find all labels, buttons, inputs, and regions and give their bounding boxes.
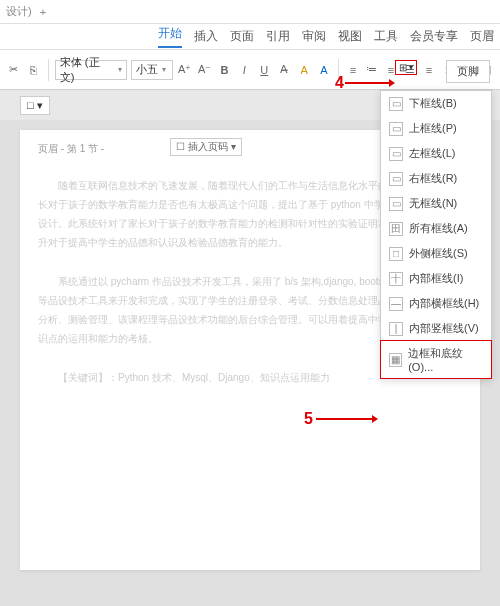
new-tab[interactable]: + [40, 6, 46, 18]
menu-header[interactable]: 页眉 [470, 28, 494, 45]
border-right-icon: ▭ [389, 172, 403, 186]
shrink-font-icon[interactable]: A⁻ [197, 62, 213, 78]
border-outside-icon: □ [389, 247, 403, 261]
border-outside[interactable]: □外侧框线(S) [381, 241, 491, 266]
annotation-4: 4 [335, 74, 344, 92]
menu-bar: 开始 插入 页面 引用 审阅 视图 工具 会员专享 页眉 [0, 24, 500, 50]
menu-tools[interactable]: 工具 [374, 28, 398, 45]
border-menu: ▭下框线(B) ▭上框线(P) ▭左框线(L) ▭右框线(R) ▭无框线(N) … [380, 90, 492, 379]
menu-member[interactable]: 会员专享 [410, 28, 458, 45]
border-inside-v-icon: | [389, 322, 403, 336]
border-inside[interactable]: 十内部框线(I) [381, 266, 491, 291]
border-inside-icon: 十 [389, 272, 403, 286]
border-none[interactable]: ▭无框线(N) [381, 191, 491, 216]
border-inside-h[interactable]: —内部横框线(H) [381, 291, 491, 316]
menu-insert[interactable]: 插入 [194, 28, 218, 45]
italic-icon[interactable]: I [236, 62, 252, 78]
doc-tab[interactable]: 设计) [6, 4, 32, 19]
font-select[interactable]: 宋体 (正文) [55, 60, 127, 80]
highlight-icon[interactable]: A [296, 62, 312, 78]
annotation-5: 5 [304, 410, 313, 428]
border-inside-v[interactable]: |内部竖框线(V) [381, 316, 491, 341]
strike-icon[interactable]: A̶ [276, 62, 292, 78]
insert-page-number[interactable]: ☐ 插入页码 ▾ [170, 138, 242, 156]
menu-page[interactable]: 页面 [230, 28, 254, 45]
border-all[interactable]: 田所有框线(A) [381, 216, 491, 241]
underline-icon[interactable]: U [256, 62, 272, 78]
menu-review[interactable]: 审阅 [302, 28, 326, 45]
border-bottom-icon: ▭ [389, 97, 403, 111]
menu-reference[interactable]: 引用 [266, 28, 290, 45]
border-dropdown[interactable]: ⊞▾ [395, 60, 417, 75]
border-left[interactable]: ▭左框线(L) [381, 141, 491, 166]
borders-and-shading[interactable]: ▦边框和底纹(O)... [380, 340, 492, 379]
border-top-icon: ▭ [389, 122, 403, 136]
toolbar: ✂ ⎘ 宋体 (正文) 小五 A⁺ A⁻ B I U A̶ A A ≡ ≔ ≡ … [0, 50, 500, 90]
size-select[interactable]: 小五 [131, 60, 173, 80]
border-top[interactable]: ▭上框线(P) [381, 116, 491, 141]
border-all-icon: 田 [389, 222, 403, 236]
menu-view[interactable]: 视图 [338, 28, 362, 45]
menu-start[interactable]: 开始 [158, 25, 182, 48]
border-left-icon: ▭ [389, 147, 403, 161]
annotation-arrow-4 [345, 82, 393, 84]
borders-shading-icon: ▦ [389, 353, 402, 367]
bold-icon[interactable]: B [217, 62, 233, 78]
footer-button[interactable]: 页脚 [446, 60, 490, 83]
border-bottom[interactable]: ▭下框线(B) [381, 91, 491, 116]
font-color-icon[interactable]: A [316, 62, 332, 78]
bullets-icon[interactable]: ≡ [345, 62, 361, 78]
annotation-arrow-5 [316, 418, 376, 420]
title-tabs: 设计) + [0, 0, 500, 24]
grow-font-icon[interactable]: A⁺ [177, 62, 193, 78]
outline-button[interactable]: □ ▾ [20, 96, 50, 115]
copy-icon[interactable]: ⎘ [26, 62, 42, 78]
align-right-icon[interactable]: ≡ [421, 62, 437, 78]
numbering-icon[interactable]: ≔ [364, 62, 380, 78]
cut-icon[interactable]: ✂ [6, 62, 22, 78]
border-none-icon: ▭ [389, 197, 403, 211]
border-inside-h-icon: — [389, 297, 403, 311]
border-right[interactable]: ▭右框线(R) [381, 166, 491, 191]
